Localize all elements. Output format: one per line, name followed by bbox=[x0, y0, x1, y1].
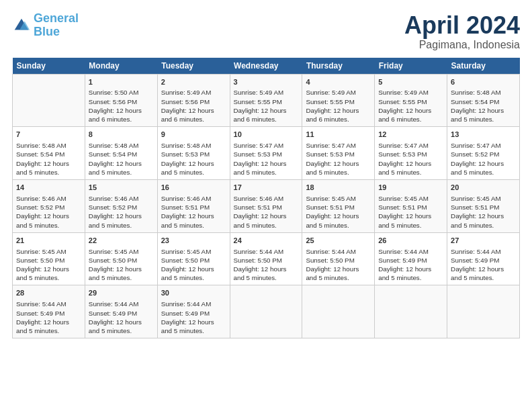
calendar-cell: 7Sunrise: 5:48 AMSunset: 5:54 PMDaylight… bbox=[13, 127, 85, 180]
week-row-1: 1Sunrise: 5:50 AMSunset: 5:56 PMDaylight… bbox=[13, 74, 520, 127]
day-info-line: and 5 minutes. bbox=[234, 168, 299, 177]
day-info-line: Sunset: 5:49 PM bbox=[451, 256, 516, 265]
calendar-header: Sunday Monday Tuesday Wednesday Thursday… bbox=[13, 58, 520, 75]
day-info-line: Daylight: 12 hours bbox=[161, 318, 226, 326]
day-number: 3 bbox=[234, 77, 299, 87]
day-info-line: Sunrise: 5:45 AM bbox=[451, 194, 516, 203]
day-info-line: Daylight: 12 hours bbox=[378, 106, 443, 115]
day-info-line: and 5 minutes. bbox=[161, 168, 226, 177]
day-info-line: and 5 minutes. bbox=[161, 273, 226, 282]
day-info-line: Daylight: 12 hours bbox=[89, 212, 154, 220]
calendar-cell: 23Sunrise: 5:45 AMSunset: 5:50 PMDayligh… bbox=[157, 232, 230, 285]
day-info-line: Sunset: 5:49 PM bbox=[161, 309, 226, 318]
calendar-cell: 17Sunrise: 5:46 AMSunset: 5:51 PMDayligh… bbox=[230, 180, 302, 233]
day-number: 21 bbox=[16, 236, 81, 246]
header-thursday: Thursday bbox=[302, 58, 375, 75]
day-info-line: Sunset: 5:54 PM bbox=[16, 150, 81, 158]
day-info-line: Daylight: 12 hours bbox=[89, 318, 154, 326]
calendar-cell: 20Sunrise: 5:45 AMSunset: 5:51 PMDayligh… bbox=[447, 180, 520, 233]
day-info-line: Sunset: 5:51 PM bbox=[451, 203, 516, 212]
logo-icon bbox=[12, 16, 31, 35]
day-number: 19 bbox=[378, 183, 443, 193]
calendar-cell: 10Sunrise: 5:47 AMSunset: 5:53 PMDayligh… bbox=[230, 127, 302, 180]
day-info-line: Daylight: 12 hours bbox=[306, 212, 371, 220]
day-info-line: Sunrise: 5:45 AM bbox=[306, 194, 371, 203]
day-info-line: Sunset: 5:54 PM bbox=[89, 150, 154, 158]
day-info-line: Sunset: 5:51 PM bbox=[306, 203, 371, 212]
day-number: 6 bbox=[451, 77, 516, 87]
day-info-line: Sunrise: 5:49 AM bbox=[161, 88, 226, 97]
day-info-line: Daylight: 12 hours bbox=[89, 159, 154, 168]
day-info-line: Sunrise: 5:44 AM bbox=[234, 247, 299, 256]
day-info-line: Sunset: 5:53 PM bbox=[306, 150, 371, 158]
day-number: 13 bbox=[451, 130, 516, 140]
day-info-line: and 6 minutes. bbox=[378, 115, 443, 124]
day-info-line: Sunset: 5:51 PM bbox=[161, 203, 226, 212]
day-info-line: Sunrise: 5:46 AM bbox=[16, 194, 81, 203]
day-info-line: and 6 minutes. bbox=[161, 115, 226, 124]
day-info-line: and 5 minutes. bbox=[451, 273, 516, 282]
day-info-line: Daylight: 12 hours bbox=[451, 212, 516, 220]
calendar-cell bbox=[375, 285, 447, 338]
day-info-line: Daylight: 12 hours bbox=[306, 265, 371, 273]
calendar-cell: 29Sunrise: 5:44 AMSunset: 5:49 PMDayligh… bbox=[85, 285, 157, 338]
calendar-table: Sunday Monday Tuesday Wednesday Thursday… bbox=[12, 58, 520, 339]
calendar-cell: 25Sunrise: 5:44 AMSunset: 5:50 PMDayligh… bbox=[302, 232, 375, 285]
calendar-cell bbox=[302, 285, 375, 338]
day-info-line: Sunset: 5:50 PM bbox=[89, 256, 154, 265]
day-info-line: Daylight: 12 hours bbox=[451, 159, 516, 168]
header-row: Sunday Monday Tuesday Wednesday Thursday… bbox=[13, 58, 520, 75]
day-info-line: Sunrise: 5:44 AM bbox=[378, 247, 443, 256]
day-info-line: Daylight: 12 hours bbox=[234, 265, 299, 273]
day-info-line: Sunrise: 5:47 AM bbox=[306, 141, 371, 150]
calendar-cell: 14Sunrise: 5:46 AMSunset: 5:52 PMDayligh… bbox=[13, 180, 85, 233]
header-friday: Friday bbox=[375, 58, 447, 75]
calendar-cell bbox=[447, 285, 520, 338]
day-info-line: Sunrise: 5:49 AM bbox=[378, 88, 443, 97]
day-info-line: and 5 minutes. bbox=[378, 168, 443, 177]
day-info-line: and 5 minutes. bbox=[161, 221, 226, 230]
day-info-line: Sunset: 5:56 PM bbox=[161, 97, 226, 106]
week-row-5: 28Sunrise: 5:44 AMSunset: 5:49 PMDayligh… bbox=[13, 285, 520, 338]
calendar-cell: 21Sunrise: 5:45 AMSunset: 5:50 PMDayligh… bbox=[13, 232, 85, 285]
logo: General Blue bbox=[12, 12, 79, 39]
day-info-line: Sunrise: 5:45 AM bbox=[161, 247, 226, 256]
calendar-cell: 1Sunrise: 5:50 AMSunset: 5:56 PMDaylight… bbox=[85, 74, 157, 127]
day-info-line: and 5 minutes. bbox=[16, 221, 81, 230]
calendar-cell: 9Sunrise: 5:48 AMSunset: 5:53 PMDaylight… bbox=[157, 127, 230, 180]
day-info-line: Sunrise: 5:48 AM bbox=[89, 141, 154, 150]
day-number: 14 bbox=[16, 183, 81, 193]
day-info-line: Sunrise: 5:45 AM bbox=[378, 194, 443, 203]
day-info-line: Daylight: 12 hours bbox=[234, 159, 299, 168]
day-info-line: Sunrise: 5:47 AM bbox=[234, 141, 299, 150]
calendar-cell: 22Sunrise: 5:45 AMSunset: 5:50 PMDayligh… bbox=[85, 232, 157, 285]
day-number: 5 bbox=[378, 77, 443, 87]
day-info-line: Sunrise: 5:45 AM bbox=[89, 247, 154, 256]
week-row-4: 21Sunrise: 5:45 AMSunset: 5:50 PMDayligh… bbox=[13, 232, 520, 285]
day-info-line: Sunset: 5:56 PM bbox=[89, 97, 154, 106]
calendar-subtitle: Pagimana, Indonesia bbox=[404, 39, 520, 51]
day-info-line: Sunset: 5:52 PM bbox=[451, 150, 516, 158]
day-info-line: and 5 minutes. bbox=[451, 115, 516, 124]
header: General Blue April 2024 Pagimana, Indone… bbox=[12, 12, 520, 51]
day-number: 17 bbox=[234, 183, 299, 193]
day-info-line: and 5 minutes. bbox=[89, 326, 154, 335]
day-info-line: and 5 minutes. bbox=[306, 221, 371, 230]
day-info-line: Daylight: 12 hours bbox=[16, 265, 81, 273]
week-row-2: 7Sunrise: 5:48 AMSunset: 5:54 PMDaylight… bbox=[13, 127, 520, 180]
day-info-line: Sunset: 5:54 PM bbox=[451, 97, 516, 106]
day-info-line: Sunset: 5:52 PM bbox=[89, 203, 154, 212]
day-info-line: Sunset: 5:50 PM bbox=[161, 256, 226, 265]
day-info-line: Daylight: 12 hours bbox=[306, 159, 371, 168]
calendar-cell: 26Sunrise: 5:44 AMSunset: 5:49 PMDayligh… bbox=[375, 232, 447, 285]
day-number: 27 bbox=[451, 236, 516, 246]
day-info-line: Daylight: 12 hours bbox=[16, 159, 81, 168]
day-info-line: and 5 minutes. bbox=[89, 168, 154, 177]
day-info-line: and 5 minutes. bbox=[234, 221, 299, 230]
day-number: 9 bbox=[161, 130, 226, 140]
day-number: 22 bbox=[89, 236, 154, 246]
day-info-line: and 5 minutes. bbox=[234, 273, 299, 282]
header-saturday: Saturday bbox=[447, 58, 520, 75]
day-number: 25 bbox=[306, 236, 371, 246]
day-number: 26 bbox=[378, 236, 443, 246]
